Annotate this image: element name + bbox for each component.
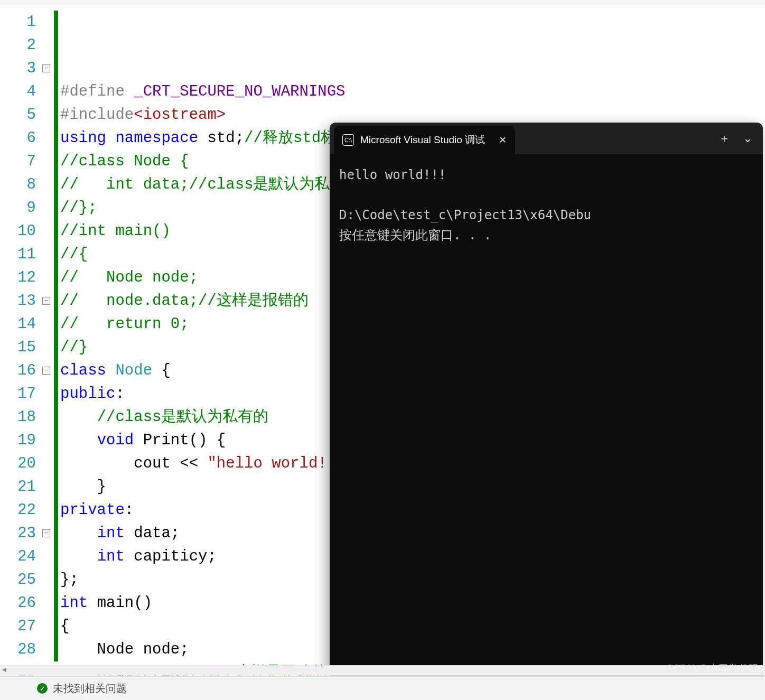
line-number: 14 [0, 313, 42, 336]
line-number: 22 [0, 499, 42, 522]
console-titlebar[interactable]: C:\ Microsoft Visual Studio 调试 ✕ ＋ ⌄ [330, 123, 763, 154]
line-number: 27 [0, 615, 42, 638]
line-number: 2 [0, 34, 42, 57]
line-number: 20 [0, 452, 42, 475]
line-number: 5 [0, 104, 42, 127]
line-number: 7 [0, 150, 42, 173]
console-output[interactable]: hello world!!! D:\Code\test_c\Project13\… [330, 154, 763, 256]
line-number: 18 [0, 406, 42, 429]
line-number: 21 [0, 475, 42, 499]
line-number: 25 [0, 568, 42, 592]
new-tab-button[interactable]: ＋ [719, 123, 730, 154]
line-number: 6 [0, 127, 42, 150]
line-number: 3 [0, 57, 42, 80]
line-number: 8 [0, 173, 42, 197]
code-line[interactable]: #define _CRT_SECURE_NO_WARNINGS [60, 80, 765, 104]
status-text: 未找到相关问题 [53, 682, 127, 696]
editor-top-strip [0, 0, 765, 5]
fold-toggle[interactable]: − [42, 64, 50, 72]
fold-toggle[interactable]: − [42, 529, 50, 537]
tab-dropdown-button[interactable]: ⌄ [743, 123, 752, 154]
close-icon[interactable]: ✕ [499, 134, 507, 146]
horizontal-scrollbar[interactable] [0, 665, 765, 676]
debug-console-window[interactable]: C:\ Microsoft Visual Studio 调试 ✕ ＋ ⌄ hel… [330, 123, 763, 677]
line-number: 9 [0, 197, 42, 220]
console-tab-title: Microsoft Visual Studio 调试 [360, 133, 485, 147]
fold-toggle[interactable]: − [42, 367, 50, 375]
status-ok-icon: ✓ [37, 683, 48, 694]
line-number: 12 [0, 266, 42, 290]
line-number: 23 [0, 522, 42, 545]
console-titlebar-actions: ＋ ⌄ [708, 123, 763, 154]
line-number: 11 [0, 243, 42, 266]
line-number: 1 [0, 11, 42, 34]
terminal-icon: C:\ [342, 134, 354, 146]
status-bar: ✓ 未找到相关问题 [0, 676, 765, 700]
change-marker [54, 11, 58, 661]
watermark: CSDN @小王学代码 [666, 662, 759, 675]
line-number: 24 [0, 545, 42, 568]
fold-column[interactable]: −−−− [42, 5, 54, 682]
fold-toggle[interactable]: − [42, 297, 50, 305]
line-number: 10 [0, 220, 42, 243]
line-number: 26 [0, 592, 42, 615]
console-tab[interactable]: C:\ Microsoft Visual Studio 调试 ✕ [334, 126, 515, 154]
line-number: 15 [0, 336, 42, 359]
line-number-gutter: 1234567891011121314151617181920212223242… [0, 5, 42, 682]
line-number: 16 [0, 359, 42, 382]
line-number: 28 [0, 638, 42, 661]
line-number: 13 [0, 290, 42, 313]
line-number: 17 [0, 382, 42, 406]
line-number: 19 [0, 429, 42, 452]
line-number: 4 [0, 80, 42, 104]
